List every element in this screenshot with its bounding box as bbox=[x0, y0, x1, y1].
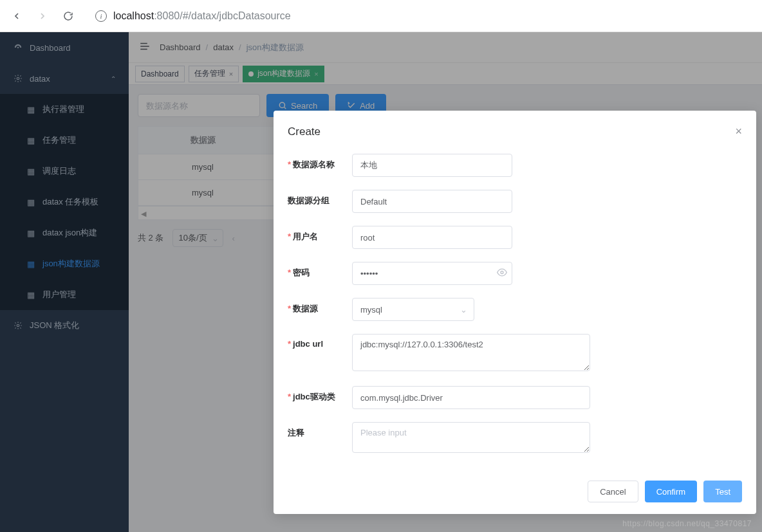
eye-icon[interactable] bbox=[497, 268, 507, 280]
form-row-jdbc-driver: *jdbc驱动类 bbox=[288, 386, 742, 409]
form-label: jdbc驱动类 bbox=[293, 392, 335, 401]
form-row-password: *密码 bbox=[288, 262, 742, 285]
forward-button[interactable] bbox=[36, 10, 49, 23]
info-icon: i bbox=[95, 10, 107, 22]
modal-title: Create bbox=[288, 125, 321, 138]
confirm-button[interactable]: Confirm bbox=[645, 481, 698, 502]
jdbc-driver-input[interactable] bbox=[352, 386, 590, 409]
form-label: 密码 bbox=[293, 268, 310, 277]
button-label: Cancel bbox=[600, 487, 626, 497]
form-label: 数据源 bbox=[293, 304, 318, 313]
username-input[interactable] bbox=[352, 226, 512, 249]
watermark: https://blog.csdn.net/qq_33470817 bbox=[622, 519, 752, 528]
modal-footer: Cancel Confirm Test bbox=[288, 481, 742, 502]
form-label: 数据源名称 bbox=[293, 160, 335, 169]
button-label: Confirm bbox=[656, 487, 686, 497]
group-input[interactable] bbox=[352, 190, 512, 213]
form-row-datasource: *数据源 mysql bbox=[288, 298, 742, 321]
password-input[interactable] bbox=[352, 262, 512, 285]
form-row-username: *用户名 bbox=[288, 226, 742, 249]
form-row-name: *数据源名称 bbox=[288, 154, 742, 177]
datasource-select[interactable]: mysql bbox=[352, 298, 474, 321]
back-button[interactable] bbox=[10, 10, 23, 23]
jdbc-url-textarea[interactable] bbox=[352, 334, 590, 371]
form-label: jdbc url bbox=[293, 339, 323, 349]
comment-textarea[interactable] bbox=[352, 422, 590, 453]
url-text: localhost:8080/#/datax/jdbcDatasource bbox=[113, 10, 291, 22]
button-label: Test bbox=[715, 487, 730, 497]
cancel-button[interactable]: Cancel bbox=[588, 481, 638, 502]
name-input[interactable] bbox=[352, 154, 512, 177]
create-modal: Create × *数据源名称 数据源分组 *用户名 *密码 bbox=[274, 111, 756, 514]
select-value: mysql bbox=[360, 305, 382, 315]
refresh-button[interactable] bbox=[62, 10, 75, 23]
close-icon[interactable]: × bbox=[735, 125, 742, 138]
form-row-comment: 注释 bbox=[288, 422, 742, 455]
form-label: 注释 bbox=[288, 428, 304, 437]
form-label: 用户名 bbox=[293, 232, 318, 241]
svg-point-3 bbox=[501, 271, 503, 274]
url-bar[interactable]: i localhost:8080/#/datax/jdbcDatasource bbox=[88, 6, 752, 26]
form-row-group: 数据源分组 bbox=[288, 190, 742, 213]
form-label: 数据源分组 bbox=[288, 196, 330, 205]
form-row-jdbc-url: *jdbc url bbox=[288, 334, 742, 373]
browser-chrome: i localhost:8080/#/datax/jdbcDatasource bbox=[0, 0, 762, 32]
test-button[interactable]: Test bbox=[703, 481, 742, 502]
